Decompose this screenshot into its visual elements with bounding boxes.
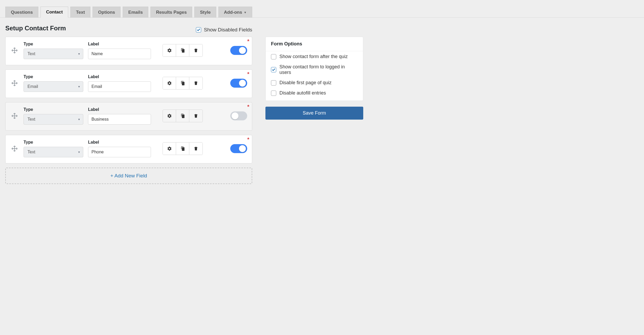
- duplicate-button[interactable]: [176, 110, 189, 122]
- tab-label: Options: [98, 10, 115, 15]
- required-indicator: *: [247, 71, 249, 77]
- drag-handle[interactable]: [10, 47, 19, 54]
- settings-button[interactable]: [163, 143, 176, 155]
- caret-down-icon: ▼: [244, 11, 247, 14]
- tab-label: Contact: [46, 10, 63, 15]
- drag-handle[interactable]: [10, 145, 19, 152]
- move-icon: [11, 112, 18, 120]
- chevron-down-icon: ▾: [78, 117, 80, 121]
- type-select[interactable]: Text ▾: [24, 147, 83, 157]
- settings-button[interactable]: [163, 77, 176, 89]
- trash-icon: [194, 114, 198, 118]
- label-column-header: Label: [88, 107, 151, 112]
- page-title: Setup Contact Form: [5, 25, 66, 32]
- check-icon: [197, 28, 200, 32]
- tab-label: Questions: [11, 10, 33, 15]
- label-input[interactable]: [88, 81, 151, 92]
- copy-icon: [180, 48, 185, 53]
- row-actions: [163, 77, 203, 89]
- drag-handle[interactable]: [10, 112, 19, 120]
- type-value: Text: [27, 117, 35, 122]
- row-actions: [163, 110, 203, 122]
- move-icon: [11, 47, 18, 54]
- field-row: * Type Text ▾ Label: [5, 37, 252, 65]
- tab-options[interactable]: Options: [93, 7, 121, 18]
- label-input[interactable]: [88, 49, 151, 59]
- type-value: Text: [27, 51, 35, 56]
- delete-button[interactable]: [189, 143, 203, 155]
- type-value: Text: [27, 150, 35, 154]
- required-indicator: *: [247, 104, 249, 109]
- type-select[interactable]: Text ▾: [24, 49, 83, 59]
- tab-results-pages[interactable]: Results Pages: [150, 7, 192, 18]
- tab-label: Results Pages: [156, 10, 187, 15]
- type-select[interactable]: Text ▾: [24, 114, 83, 125]
- tab-style[interactable]: Style: [194, 7, 216, 18]
- form-option[interactable]: Disable first page of quiz: [271, 80, 358, 86]
- form-options-panel: Form Options Show contact form after the…: [265, 37, 363, 101]
- move-icon: [11, 145, 18, 152]
- trash-icon: [194, 146, 198, 151]
- type-value: Email: [27, 84, 38, 89]
- duplicate-button[interactable]: [176, 44, 189, 56]
- form-option[interactable]: Disable autofill entries: [271, 90, 358, 96]
- copy-icon: [180, 81, 185, 86]
- form-option-label: Disable first page of quiz: [279, 80, 332, 86]
- trash-icon: [194, 48, 198, 53]
- label-input[interactable]: [88, 114, 151, 125]
- type-select[interactable]: Email ▾: [24, 81, 83, 92]
- fields-list: * Type Text ▾ Label: [5, 37, 252, 184]
- chevron-down-icon: ▾: [78, 52, 80, 56]
- tab-emails[interactable]: Emails: [123, 7, 148, 18]
- tabs: Questions Contact Text Options Emails Re…: [0, 0, 644, 18]
- form-option-label: Disable autofill entries: [279, 90, 326, 96]
- form-option[interactable]: Show contact form to logged in users: [271, 64, 358, 75]
- enable-toggle[interactable]: [230, 46, 247, 55]
- tab-label: Emails: [128, 10, 143, 15]
- tab-label: Style: [200, 10, 211, 15]
- add-new-field-button[interactable]: + Add New Field: [5, 168, 252, 184]
- copy-icon: [180, 146, 185, 151]
- checkbox[interactable]: [271, 80, 276, 86]
- checkbox[interactable]: [196, 27, 201, 32]
- tab-label: Text: [76, 10, 85, 15]
- type-column-header: Type: [24, 140, 83, 145]
- tab-addons[interactable]: Add-ons ▼: [218, 7, 252, 18]
- enable-toggle[interactable]: [230, 79, 247, 88]
- delete-button[interactable]: [189, 77, 203, 89]
- form-option-label: Show contact form to logged in users: [279, 64, 358, 75]
- field-row: * Type Email ▾ Label: [5, 69, 252, 98]
- add-new-field-label: + Add New Field: [111, 173, 147, 178]
- show-disabled-fields-toggle[interactable]: Show Disabled Fields: [196, 27, 252, 33]
- duplicate-button[interactable]: [176, 77, 189, 89]
- form-options-title: Form Options: [266, 37, 363, 51]
- required-indicator: *: [247, 39, 249, 44]
- tab-text[interactable]: Text: [70, 7, 90, 18]
- settings-button[interactable]: [163, 110, 176, 122]
- row-actions: [163, 142, 203, 155]
- chevron-down-icon: ▾: [78, 85, 80, 88]
- gear-icon: [167, 48, 172, 53]
- tab-contact[interactable]: Contact: [40, 7, 68, 18]
- save-form-button[interactable]: Save Form: [265, 107, 363, 120]
- type-column-header: Type: [24, 107, 83, 112]
- gear-icon: [167, 114, 172, 118]
- move-icon: [11, 79, 18, 87]
- show-disabled-label: Show Disabled Fields: [204, 27, 252, 33]
- duplicate-button[interactable]: [176, 143, 189, 155]
- checkbox[interactable]: [271, 54, 276, 59]
- settings-button[interactable]: [163, 44, 176, 56]
- delete-button[interactable]: [189, 44, 203, 56]
- form-option[interactable]: Show contact form after the quiz: [271, 54, 358, 59]
- checkbox[interactable]: [271, 91, 276, 96]
- delete-button[interactable]: [189, 110, 203, 122]
- enable-toggle[interactable]: [230, 111, 247, 120]
- tab-label: Add-ons: [224, 10, 242, 15]
- label-column-header: Label: [88, 140, 151, 145]
- checkbox[interactable]: [271, 67, 276, 72]
- label-input[interactable]: [88, 147, 151, 157]
- type-column-header: Type: [24, 74, 83, 79]
- drag-handle[interactable]: [10, 79, 19, 87]
- enable-toggle[interactable]: [230, 144, 247, 153]
- tab-questions[interactable]: Questions: [5, 7, 38, 18]
